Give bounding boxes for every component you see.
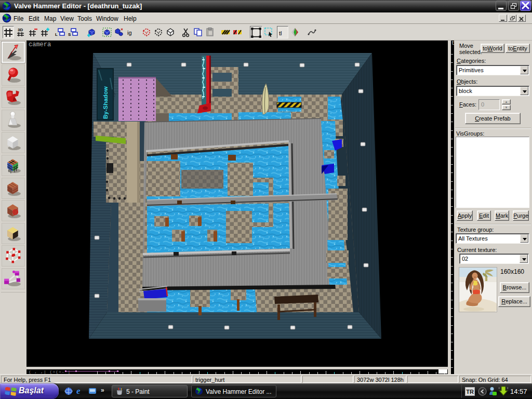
svg-text:S: S (68, 32, 71, 37)
svg-text:3D: 3D (18, 28, 23, 32)
svg-text:By-Shadow: By-Shadow (102, 86, 109, 119)
svg-text:L: L (55, 32, 58, 37)
svg-text:tl: tl (279, 30, 282, 36)
svg-text:ig: ig (127, 30, 132, 36)
